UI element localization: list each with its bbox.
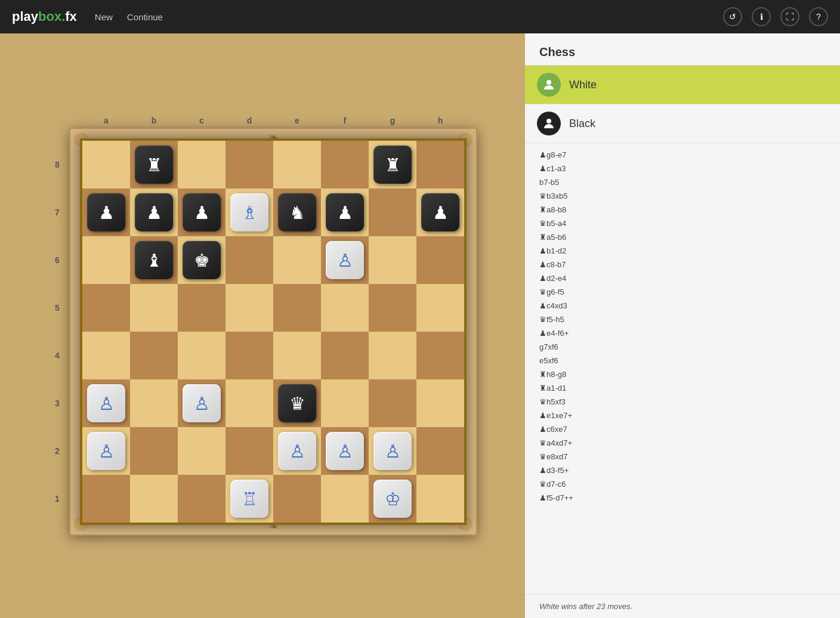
- move-item-0[interactable]: ♟g8-e7: [525, 148, 840, 162]
- cell-h3[interactable]: [416, 379, 464, 427]
- cell-a8[interactable]: [82, 141, 130, 189]
- move-item-19[interactable]: ♟e1xe7+: [525, 409, 840, 422]
- move-item-21[interactable]: ♛a4xd7+: [525, 436, 840, 450]
- refresh-icon[interactable]: ↺: [723, 7, 742, 26]
- cell-a4[interactable]: [82, 332, 130, 379]
- cell-g8[interactable]: ♜: [369, 141, 416, 189]
- cell-f4[interactable]: [321, 332, 369, 379]
- cell-a5[interactable]: [82, 284, 130, 332]
- moves-list[interactable]: ♟g8-e7♟c1-a3b7-b5♛b3xb5♜a8-b8♛b5-a4♜a5-b…: [525, 143, 840, 594]
- piece-h7[interactable]: ♟: [421, 193, 459, 231]
- player-black[interactable]: Black: [525, 104, 840, 143]
- cell-b1[interactable]: [130, 475, 178, 523]
- cell-e8[interactable]: [273, 141, 321, 189]
- cell-c1[interactable]: [178, 475, 226, 523]
- cell-c5[interactable]: [178, 284, 226, 332]
- cell-d8[interactable]: [226, 141, 273, 189]
- piece-b6[interactable]: ♝: [135, 241, 173, 279]
- cell-a2[interactable]: ♙: [82, 427, 130, 475]
- cell-f8[interactable]: [321, 141, 369, 189]
- cell-h6[interactable]: [416, 236, 464, 284]
- cell-a7[interactable]: ♟: [82, 189, 130, 236]
- move-item-3[interactable]: ♛b3xb5: [525, 189, 840, 203]
- nav-continue[interactable]: Continue: [127, 12, 163, 22]
- cell-e2[interactable]: ♙: [273, 427, 321, 475]
- player-white[interactable]: White: [525, 66, 840, 104]
- nav-new[interactable]: New: [95, 12, 113, 22]
- cell-c2[interactable]: [178, 427, 226, 475]
- move-item-16[interactable]: ♜h8-g8: [525, 367, 840, 381]
- move-item-9[interactable]: ♟d2-e4: [525, 271, 840, 285]
- piece-f6[interactable]: ♙: [326, 241, 364, 279]
- cell-c4[interactable]: [178, 332, 226, 379]
- move-item-17[interactable]: ♜a1-d1: [525, 381, 840, 395]
- cell-f1[interactable]: [321, 475, 369, 523]
- move-item-25[interactable]: ♟f5-d7++: [525, 491, 840, 505]
- fullscreen-icon[interactable]: ⛶: [780, 7, 799, 26]
- cell-e3[interactable]: ♛: [273, 379, 321, 427]
- move-item-13[interactable]: ♟e4-f6+: [525, 326, 840, 340]
- cell-d5[interactable]: [226, 284, 273, 332]
- move-item-18[interactable]: ♛h5xf3: [525, 395, 840, 409]
- move-item-1[interactable]: ♟c1-a3: [525, 162, 840, 175]
- move-item-11[interactable]: ♟c4xd3: [525, 299, 840, 313]
- piece-g8[interactable]: ♜: [373, 146, 412, 184]
- cell-h4[interactable]: [416, 332, 464, 379]
- cell-c6[interactable]: ♚: [178, 236, 226, 284]
- move-item-22[interactable]: ♛e8xd7: [525, 450, 840, 464]
- piece-b8[interactable]: ♜: [135, 146, 173, 184]
- cell-e6[interactable]: [273, 236, 321, 284]
- move-item-10[interactable]: ♛g6-f5: [525, 285, 840, 299]
- piece-f2[interactable]: ♙: [326, 432, 364, 470]
- piece-e7[interactable]: ♞: [278, 193, 316, 231]
- cell-g7[interactable]: [369, 189, 416, 236]
- cell-c8[interactable]: [178, 141, 226, 189]
- move-item-7[interactable]: ♟b1-d2: [525, 244, 840, 258]
- piece-d7[interactable]: ♗: [230, 193, 268, 231]
- piece-c6[interactable]: ♚: [183, 241, 221, 279]
- cell-a3[interactable]: ♙: [82, 379, 130, 427]
- cell-d2[interactable]: [226, 427, 273, 475]
- move-item-24[interactable]: ♛d7-c6: [525, 477, 840, 491]
- cell-f6[interactable]: ♙: [321, 236, 369, 284]
- cell-g1[interactable]: ♔: [369, 475, 416, 523]
- cell-b3[interactable]: [130, 379, 178, 427]
- cell-h5[interactable]: [416, 284, 464, 332]
- move-item-23[interactable]: ♟d3-f5+: [525, 464, 840, 477]
- cell-f5[interactable]: [321, 284, 369, 332]
- cell-b7[interactable]: ♟: [130, 189, 178, 236]
- cell-b8[interactable]: ♜: [130, 141, 178, 189]
- cell-e4[interactable]: [273, 332, 321, 379]
- move-item-2[interactable]: b7-b5: [525, 175, 840, 189]
- piece-d1[interactable]: ♖: [230, 480, 268, 518]
- cell-f3[interactable]: [321, 379, 369, 427]
- cell-g2[interactable]: ♙: [369, 427, 416, 475]
- piece-c7[interactable]: ♟: [183, 193, 221, 231]
- piece-a7[interactable]: ♟: [87, 193, 125, 231]
- cell-b2[interactable]: [130, 427, 178, 475]
- cell-g5[interactable]: [369, 284, 416, 332]
- move-item-15[interactable]: e5xf6: [525, 354, 840, 367]
- move-item-6[interactable]: ♜a5-b6: [525, 230, 840, 244]
- piece-e3[interactable]: ♛: [278, 384, 316, 422]
- cell-f7[interactable]: ♟: [321, 189, 369, 236]
- cell-a6[interactable]: [82, 236, 130, 284]
- cell-g3[interactable]: [369, 379, 416, 427]
- move-item-20[interactable]: ♟c6xe7: [525, 422, 840, 436]
- piece-b7[interactable]: ♟: [135, 193, 173, 231]
- help-icon[interactable]: ?: [809, 7, 828, 26]
- cell-h2[interactable]: [416, 427, 464, 475]
- cell-d4[interactable]: [226, 332, 273, 379]
- cell-e7[interactable]: ♞: [273, 189, 321, 236]
- cell-g6[interactable]: [369, 236, 416, 284]
- cell-a1[interactable]: [82, 475, 130, 523]
- piece-c3[interactable]: ♙: [183, 384, 221, 422]
- move-item-12[interactable]: ♛f5-h5: [525, 313, 840, 326]
- piece-f7[interactable]: ♟: [326, 193, 364, 231]
- cell-d6[interactable]: [226, 236, 273, 284]
- cell-f2[interactable]: ♙: [321, 427, 369, 475]
- cell-d3[interactable]: [226, 379, 273, 427]
- cell-e1[interactable]: [273, 475, 321, 523]
- move-item-14[interactable]: g7xf6: [525, 340, 840, 354]
- cell-b6[interactable]: ♝: [130, 236, 178, 284]
